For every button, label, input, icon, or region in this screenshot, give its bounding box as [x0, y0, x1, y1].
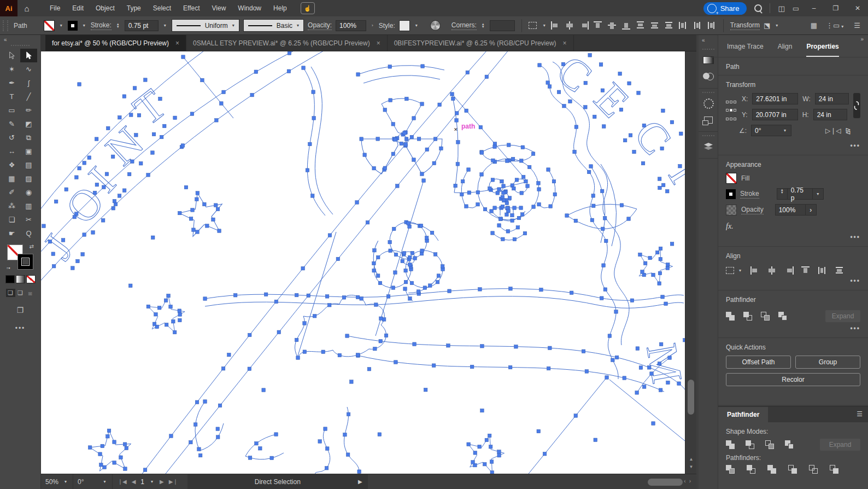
intersect-icon[interactable]: [761, 312, 770, 321]
share-button[interactable]: Share: [703, 2, 747, 15]
document-tab[interactable]: 0SMALL ETSY PREVIEW.ai* @ 6.25 % (RGB/CP…: [186, 35, 388, 51]
appearance-more-options-icon[interactable]: •••: [726, 232, 860, 246]
horizontal-scroll-arrows[interactable]: ‹›: [684, 478, 694, 484]
menu-edit[interactable]: Edit: [66, 0, 90, 16]
opacity-link[interactable]: Opacity: [741, 206, 764, 214]
flip-horizontal-icon[interactable]: ▷❘◁: [825, 127, 841, 135]
dist-middle-icon[interactable]: [650, 21, 660, 30]
pathfinder-panel-tab[interactable]: Pathfinder: [718, 407, 768, 422]
constrain-proportions-button[interactable]: [853, 93, 860, 118]
transform-link[interactable]: Transform: [730, 21, 760, 30]
menu-view[interactable]: View: [206, 0, 232, 16]
align-center-icon[interactable]: [565, 21, 574, 30]
fill-chevron-icon[interactable]: ▾: [58, 23, 64, 28]
w-field[interactable]: 24 in: [815, 93, 849, 104]
minus-back-icon[interactable]: [830, 465, 838, 474]
blend-tool[interactable]: ◉: [20, 185, 37, 199]
line-segment-tool[interactable]: ╱: [20, 90, 37, 103]
eyedropper-tool[interactable]: ✐: [3, 185, 20, 199]
merge-icon[interactable]: [767, 465, 776, 474]
toolbar-collapse-icon[interactable]: «: [0, 35, 11, 44]
unite-icon[interactable]: [726, 312, 735, 321]
menu-file[interactable]: File: [44, 0, 66, 16]
next-artboard-icon[interactable]: ▶: [160, 479, 164, 485]
stroke-weight-chevron-icon[interactable]: ▾: [162, 23, 168, 28]
unite-icon[interactable]: [726, 440, 735, 449]
style-chevron-icon[interactable]: ▾: [414, 23, 419, 28]
opacity-chevron-icon[interactable]: ›: [806, 204, 817, 216]
artboard-canvas[interactable]: J O I N T C E C I M ✕ path: [41, 51, 685, 474]
opacity-label[interactable]: Opacity:: [308, 21, 332, 30]
draw-behind-icon[interactable]: ❏: [16, 289, 25, 297]
dock-collapse-icon[interactable]: «: [699, 35, 718, 45]
align-right-icon[interactable]: [579, 21, 589, 30]
reference-point-grid[interactable]: [726, 101, 736, 125]
vertical-scrollbar[interactable]: ▲ ▼: [685, 51, 696, 474]
close-tab-icon[interactable]: ×: [377, 39, 380, 47]
rotate-tool[interactable]: ↺: [3, 131, 20, 144]
align-to-chevron-icon[interactable]: ▾: [542, 23, 547, 28]
paintbrush-tool[interactable]: ✏: [20, 103, 37, 117]
document-tab[interactable]: for etsy.ai* @ 50 % (RGB/CPU Preview)×: [45, 35, 186, 51]
expand-button[interactable]: Expand: [825, 310, 860, 322]
exclude-icon[interactable]: [785, 440, 794, 449]
y-field[interactable]: 20.0707 in: [752, 109, 798, 120]
align-more-options-icon[interactable]: •••: [726, 276, 860, 290]
document-tab[interactable]: 0BIFESTYPREVIEW.ai* @ 6.25 % (RGB/CPU Pr…: [388, 35, 574, 51]
screen-mode-icon[interactable]: ❐: [17, 306, 24, 315]
menu-object[interactable]: Object: [90, 0, 121, 16]
last-artboard-icon[interactable]: ▶❘: [169, 479, 178, 485]
menu-select[interactable]: Select: [147, 0, 177, 16]
dist-right-icon[interactable]: [707, 21, 717, 30]
align-top-icon[interactable]: [594, 21, 603, 30]
transform-chevron-icon[interactable]: ▾: [774, 23, 779, 28]
arrange-documents-icon[interactable]: ◫: [778, 4, 784, 13]
pathfinder-more-options-icon[interactable]: •••: [726, 323, 860, 337]
column-graph-tool[interactable]: ▥: [20, 199, 37, 213]
scroll-up-icon[interactable]: ▲: [685, 457, 697, 462]
fill-swatch[interactable]: [726, 173, 737, 184]
recolor-artwork-icon[interactable]: [430, 20, 441, 31]
stroke-chevron-icon[interactable]: ▾: [81, 23, 87, 28]
transform-more-options-icon[interactable]: •••: [726, 141, 860, 155]
tab-align[interactable]: Align: [778, 43, 793, 57]
opacity-chevron-icon[interactable]: ›: [370, 23, 375, 28]
gradient-tool[interactable]: ▨: [20, 172, 37, 185]
intersect-icon[interactable]: [765, 440, 774, 449]
exclude-icon[interactable]: [778, 312, 787, 321]
opacity-field[interactable]: 100%: [336, 20, 366, 31]
horizontal-scrollbar-thumb[interactable]: [648, 479, 683, 486]
scroll-down-icon[interactable]: ▼: [685, 464, 697, 469]
color-button[interactable]: [5, 275, 15, 283]
minus-front-icon[interactable]: [746, 440, 754, 449]
align-right-icon[interactable]: [784, 266, 794, 275]
outline-icon[interactable]: [809, 465, 818, 474]
lasso-tool[interactable]: ∿: [20, 62, 37, 76]
transform-icon[interactable]: ⬔: [764, 21, 770, 30]
artboard-number-field[interactable]: 1: [140, 478, 144, 486]
x-field[interactable]: 27.6201 in: [752, 93, 798, 104]
eraser-tool[interactable]: ◩: [20, 117, 37, 131]
width-tool[interactable]: ↔: [3, 144, 20, 158]
close-button[interactable]: ✕: [851, 4, 865, 12]
edit-toolbar-icon[interactable]: •••: [15, 324, 26, 332]
stroke-weight-value[interactable]: 0.75 pt: [125, 20, 159, 31]
shape-builder-tool[interactable]: ❖: [3, 158, 20, 172]
previous-artboard-icon[interactable]: ◀: [132, 479, 136, 485]
shaper-tool[interactable]: ✎: [3, 117, 20, 131]
divide-icon[interactable]: [726, 465, 735, 474]
pen-tool[interactable]: ✒: [3, 76, 20, 90]
menu-type[interactable]: Type: [121, 0, 147, 16]
panel-menu-icon[interactable]: ☰: [857, 407, 868, 422]
h-field[interactable]: 24 in: [813, 109, 847, 120]
fill-swatch[interactable]: [44, 20, 55, 31]
panel-drag-handle[interactable]: [3, 20, 8, 31]
stroke-unit-chevron-icon[interactable]: ▾: [813, 188, 824, 200]
stroke-swatch[interactable]: [68, 21, 78, 31]
style-swatch[interactable]: [399, 20, 410, 31]
toolbar-drag-handle[interactable]: [11, 45, 30, 46]
align-center-icon[interactable]: [767, 266, 777, 275]
align-to-selection-icon[interactable]: [529, 22, 537, 29]
stroke-swatch[interactable]: [726, 189, 736, 199]
expand-button[interactable]: Expand: [820, 439, 860, 451]
